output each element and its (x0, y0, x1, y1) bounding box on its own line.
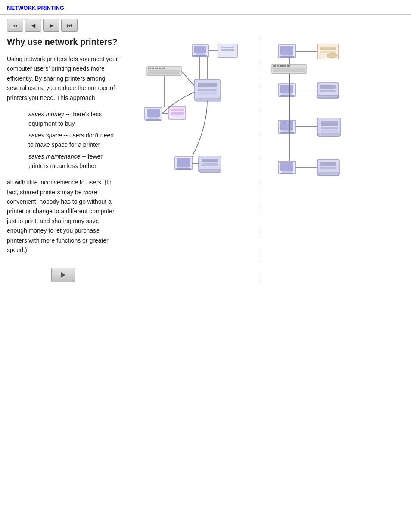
svg-rect-34 (148, 68, 151, 69)
svg-rect-39 (148, 70, 180, 74)
svg-rect-27 (176, 168, 191, 170)
svg-rect-86 (320, 167, 336, 169)
svg-rect-6 (221, 47, 234, 48)
closing-text: all with little inconvenience to users. … (7, 177, 119, 255)
svg-rect-38 (162, 68, 165, 69)
nav-bar: ⏮ ◀ ▶ ⏭ (0, 15, 411, 36)
svg-rect-3 (196, 53, 205, 55)
svg-rect-83 (280, 173, 294, 174)
svg-rect-58 (318, 95, 338, 98)
svg-rect-17 (147, 109, 160, 117)
svg-rect-25 (177, 158, 190, 167)
svg-rect-77 (318, 134, 340, 136)
svg-rect-43 (280, 46, 293, 55)
svg-rect-18 (148, 117, 159, 119)
bullet-list: saves money -- there's less equipment to… (28, 109, 119, 171)
svg-rect-81 (280, 162, 293, 171)
svg-rect-37 (159, 68, 161, 69)
svg-rect-85 (320, 162, 336, 166)
left-column: Why use network printers? Using network … (7, 36, 128, 286)
svg-rect-71 (282, 130, 292, 132)
svg-rect-2 (194, 46, 206, 53)
closing-end: convenient: nobody has to go without a p… (7, 198, 115, 253)
svg-rect-87 (318, 173, 339, 175)
svg-rect-21 (171, 109, 184, 111)
intro-text: Using network printers lets you meet you… (7, 54, 119, 103)
svg-rect-66 (273, 68, 305, 72)
bullet-item-2: saves space -- users don't need to make … (28, 131, 119, 150)
next-button[interactable]: ▶ (43, 19, 59, 32)
svg-rect-48 (320, 51, 336, 53)
bottom-next-button[interactable] (51, 268, 75, 282)
section-title: Why use network printers? (7, 36, 119, 47)
svg-rect-76 (321, 130, 338, 133)
right-diagram (265, 36, 390, 202)
first-button[interactable]: ⏮ (7, 19, 23, 32)
svg-rect-63 (280, 65, 283, 67)
svg-rect-54 (280, 95, 294, 97)
svg-rect-65 (287, 65, 290, 67)
page-header: NETWORK PRINTING (0, 0, 411, 15)
right-network-svg (265, 40, 390, 196)
last-button[interactable]: ⏭ (61, 19, 78, 32)
svg-rect-52 (280, 85, 293, 93)
svg-rect-31 (199, 170, 221, 172)
bullet-1-italic: saves money (28, 111, 64, 118)
svg-rect-30 (202, 163, 218, 166)
svg-rect-13 (196, 99, 221, 101)
right-column (261, 36, 395, 286)
svg-rect-4 (193, 55, 207, 57)
bullet-item-3: saves maintenance -- fewer printers mean… (28, 152, 119, 171)
bullet-2-italic: saves space (28, 132, 62, 139)
closing-italic: more (83, 189, 97, 196)
svg-rect-45 (280, 56, 294, 58)
svg-rect-47 (320, 47, 336, 50)
svg-rect-7 (221, 49, 234, 51)
bottom-nav (7, 263, 119, 286)
center-column (128, 36, 261, 286)
svg-rect-29 (202, 159, 218, 162)
bullet-item-1: saves money -- there's less equipment to… (28, 109, 119, 129)
svg-rect-35 (152, 68, 154, 69)
svg-rect-36 (155, 68, 158, 69)
svg-line-40 (181, 71, 194, 86)
svg-rect-56 (320, 85, 336, 89)
main-layout: Why use network printers? Using network … (0, 36, 411, 286)
svg-rect-11 (198, 89, 217, 91)
center-diagram (132, 36, 257, 202)
svg-rect-26 (178, 167, 189, 168)
svg-rect-12 (198, 92, 217, 95)
svg-rect-82 (282, 171, 292, 173)
svg-marker-0 (61, 272, 65, 277)
svg-rect-74 (321, 121, 338, 126)
svg-rect-44 (282, 55, 292, 56)
svg-rect-75 (321, 127, 338, 129)
svg-rect-19 (146, 119, 161, 121)
next-arrow-icon (59, 271, 67, 279)
center-divider (261, 36, 261, 286)
svg-rect-61 (273, 65, 276, 67)
svg-rect-57 (320, 90, 336, 92)
svg-rect-64 (283, 65, 286, 67)
svg-rect-72 (280, 132, 294, 134)
svg-rect-22 (171, 112, 184, 115)
svg-rect-62 (277, 65, 279, 67)
svg-rect-53 (282, 93, 292, 95)
svg-point-49 (327, 53, 337, 58)
svg-rect-10 (198, 83, 217, 87)
bullet-3-italic: saves maintenance (28, 153, 81, 160)
header-title[interactable]: NETWORK PRINTING (7, 5, 64, 11)
svg-rect-70 (280, 121, 293, 130)
prev-button[interactable]: ◀ (25, 19, 41, 32)
center-network-svg (132, 40, 257, 196)
